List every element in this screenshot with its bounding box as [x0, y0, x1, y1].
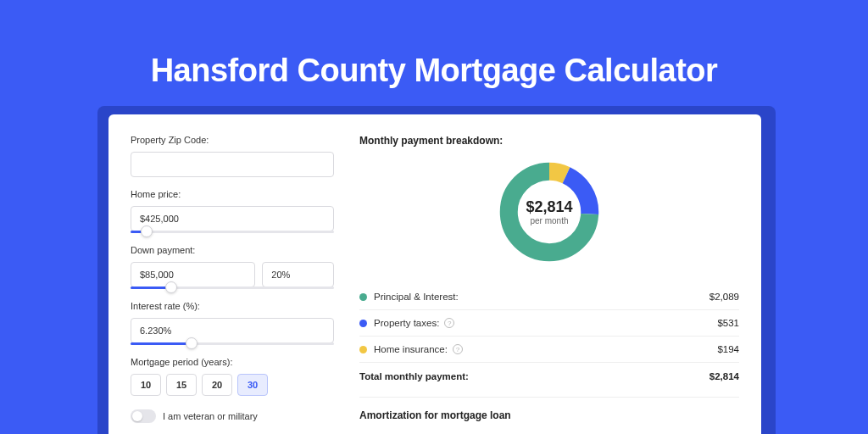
slider-fill: [131, 342, 192, 345]
rate-field: Interest rate (%):: [131, 301, 334, 345]
toggle-knob: [132, 411, 142, 421]
down-payment-label: Down payment:: [131, 245, 334, 255]
down-payment-input[interactable]: [131, 262, 255, 287]
donut-chart: $2,814 per month: [496, 159, 603, 265]
legend-label: Property taxes:: [374, 318, 439, 328]
breakdown-title: Monthly payment breakdown:: [359, 135, 739, 147]
rate-slider[interactable]: [131, 342, 334, 345]
total-label: Total monthly payment:: [359, 371, 469, 381]
amortization-section: Amortization for mortgage loan Amortizat…: [359, 397, 739, 434]
period-option-15[interactable]: 15: [166, 374, 197, 396]
veteran-label: I am veteran or military: [163, 411, 258, 421]
period-option-30[interactable]: 30: [237, 374, 268, 396]
input-column: Property Zip Code: Home price: Down paym…: [131, 135, 334, 416]
down-payment-slider[interactable]: [131, 287, 334, 289]
donut-wrap: $2,814 per month: [359, 159, 739, 265]
legend-label: Home insurance:: [374, 344, 448, 354]
home-price-label: Home price:: [131, 189, 334, 199]
columns: Property Zip Code: Home price: Down paym…: [131, 135, 739, 416]
rate-label: Interest rate (%):: [131, 301, 334, 311]
slider-thumb[interactable]: [141, 225, 153, 237]
rate-input[interactable]: [131, 318, 334, 343]
legend-value: $531: [717, 318, 739, 328]
legend-label: Principal & Interest:: [374, 292, 459, 302]
veteran-row: I am veteran or military: [131, 409, 334, 423]
help-icon[interactable]: ?: [453, 344, 463, 354]
legend-total-row: Total monthly payment: $2,814: [359, 363, 739, 393]
donut-sub: per month: [530, 216, 568, 225]
zip-input[interactable]: [131, 152, 334, 177]
legend-dot: [359, 293, 367, 301]
legend-dot: [359, 346, 367, 353]
period-option-20[interactable]: 20: [202, 374, 232, 396]
legend-row: Property taxes:?$531: [359, 310, 739, 337]
legend-row: Principal & Interest:$2,089: [359, 284, 739, 310]
period-field: Mortgage period (years): 10152030: [131, 357, 334, 396]
legend-dot: [359, 320, 367, 327]
legend-value: $194: [717, 344, 739, 354]
zip-label: Property Zip Code:: [131, 135, 334, 145]
amortization-title: Amortization for mortgage loan: [359, 409, 739, 421]
legend-row: Home insurance:?$194: [359, 337, 739, 363]
page-title: Hansford County Mortgage Calculator: [0, 53, 868, 89]
veteran-toggle[interactable]: [131, 409, 156, 423]
donut-amount: $2,814: [526, 198, 572, 216]
breakdown-column: Monthly payment breakdown: $2,814 per mo…: [359, 135, 739, 416]
calculator-panel: Property Zip Code: Home price: Down paym…: [108, 114, 761, 434]
legend-value: $2,089: [709, 292, 739, 302]
period-segment: 10152030: [131, 374, 334, 396]
zip-field: Property Zip Code:: [131, 135, 334, 177]
donut-center: $2,814 per month: [496, 159, 603, 265]
help-icon[interactable]: ?: [444, 318, 454, 328]
period-option-10[interactable]: 10: [131, 374, 161, 396]
home-price-input[interactable]: [131, 206, 334, 231]
legend: Principal & Interest:$2,089Property taxe…: [359, 284, 739, 363]
down-payment-row: [131, 262, 334, 287]
home-price-slider[interactable]: [131, 231, 334, 233]
down-payment-pct-input[interactable]: [262, 262, 334, 287]
total-value: $2,814: [709, 371, 739, 381]
slider-thumb[interactable]: [165, 281, 177, 293]
page-background: Hansford County Mortgage Calculator Prop…: [0, 0, 868, 434]
slider-thumb[interactable]: [186, 337, 198, 349]
down-payment-field: Down payment:: [131, 245, 334, 289]
period-label: Mortgage period (years):: [131, 357, 334, 367]
home-price-field: Home price:: [131, 189, 334, 233]
